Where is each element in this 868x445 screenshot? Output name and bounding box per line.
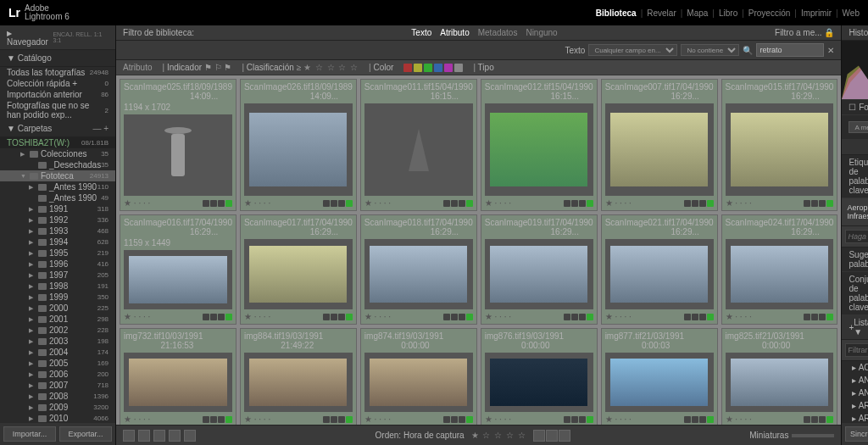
add-keyword-input[interactable] [845,230,868,243]
keyword-item[interactable]: ▸ ARTE [842,412,868,423]
thumbnail-cell[interactable]: img884.tif19/03/1991 21:49:22★ · · · · [240,328,357,425]
folder-item[interactable]: ▶_Antes 1990110 [0,181,115,192]
thumbnail-cell[interactable]: ScanImage007.tif17/04/1990 16:29...★ · ·… [601,79,718,211]
thumbnail-cell[interactable]: ScanImage015.tif17/04/1990 16:29...★ · ·… [721,79,838,211]
nav-proyección[interactable]: Proyección [748,8,790,18]
folder-item[interactable]: ▶20104066 [0,413,115,423]
thumbnail-cell[interactable]: ScanImage026.tif18/09/1989 14:09...★ · ·… [240,79,357,211]
folder-item[interactable]: ▶1997205 [0,270,115,281]
keyword-item[interactable]: ▸ ARQUITECTURA [842,399,868,412]
loupe-view-icon[interactable] [138,430,150,442]
export-button[interactable]: Exportar... [59,426,112,442]
folder-item[interactable]: ▶1993468 [0,225,115,236]
folder-item[interactable]: ▶Colecciones35 [0,148,115,159]
folder-item[interactable]: ▶20093200 [0,402,115,413]
thumbnail-cell[interactable]: img877.tif21/03/1991 0:00:03★ · · · · [601,328,718,425]
clear-text-icon[interactable]: ✕ [827,46,834,55]
thumbnail-cell[interactable]: img825.tif21/03/1991 0:00:00★ · · · · [721,328,838,425]
navegador-header[interactable]: ▶ Navegador ENCAJ. RELL. 1:1 3:1 [0,25,115,50]
folder-item[interactable]: ▼Fototeca24913 [0,170,115,181]
rating-filter[interactable]: ★ ☆ ☆ ☆ ☆ [471,431,526,440]
suggestions-header[interactable]: Sugerencias de palabras clave▶ [842,248,868,272]
catalog-item[interactable]: Todas las fotografías24948 [0,67,115,78]
folder-item[interactable]: _Desechadas35 [0,159,115,170]
thumbnail-cell[interactable]: ScanImage011.tif15/04/1990 16:15...★ · ·… [360,79,477,211]
nav-revelar[interactable]: Revelar [647,8,676,18]
thumbnail-cell[interactable]: img874.tif19/03/1991 0:00:00★ · · · · [360,328,477,425]
keyword-item[interactable]: ▸ ACCION [842,361,868,374]
folder-item[interactable]: ▶1995219 [0,248,115,259]
folder-item[interactable]: ▶2007718 [0,380,115,391]
thumbnail-cell[interactable]: ScanImage024.tif17/04/1990 16:29...★ · ·… [721,214,838,325]
type-icons[interactable] [504,64,526,71]
prev-icon[interactable] [533,430,545,442]
grid-area[interactable]: ScanImage025.tif18/09/1989 14:09...1194 … [116,75,841,425]
filter-tab-atributo[interactable]: Atributo [440,28,469,37]
filter-keywords-input[interactable] [845,343,868,357]
thumb-size-slider[interactable] [792,434,834,437]
device-row[interactable]: TOSHIBA2T(W:) 08/1.81B [0,137,115,148]
revelado-header[interactable]: A medida Revelado rápido ▶ [842,115,868,140]
text-rule-select[interactable]: No contiene [681,44,739,56]
play-icon[interactable] [546,430,558,442]
folder-item[interactable]: ▶2001298 [0,314,115,325]
thumbnail-cell[interactable]: ScanImage019.tif17/04/1990 16:29...★ · ·… [481,214,598,325]
folder-item[interactable]: ▶1999350 [0,292,115,303]
lock-icon[interactable]: 🔒 [824,28,834,37]
folder-item[interactable]: _Antes 199049 [0,192,115,203]
thumbnail-cell[interactable]: ScanImage016.tif17/04/1990 16:29...1159 … [120,214,236,325]
next-icon[interactable] [559,430,570,442]
catalogo-header[interactable]: ▼ Catálogo [0,50,115,67]
color-filter[interactable] [403,64,463,72]
nav-imprimir[interactable]: Imprimir [801,8,832,18]
folder-item[interactable]: ▶1992336 [0,214,115,225]
compare-view-icon[interactable] [153,430,165,442]
folder-item[interactable]: ▶2000225 [0,303,115,314]
people-view-icon[interactable] [184,430,196,442]
thumbnail-cell[interactable]: img876.tif19/03/1991 0:00:00★ · · · · [481,328,598,425]
thumbnail-cell[interactable]: ScanImage018.tif17/04/1990 16:29...★ · ·… [360,214,477,325]
grid-view-icon[interactable] [123,430,135,442]
folder-item[interactable]: ▶1991318 [0,203,115,214]
nav-libro[interactable]: Libro [719,8,737,18]
filter-tab-ninguno[interactable]: Ninguno [526,28,557,37]
thumbnail-cell[interactable]: ScanImage017.tif17/04/1990 16:29...★ · ·… [240,214,357,325]
thumbnail-cell[interactable]: ScanImage012.tif15/04/1990 16:15...★ · ·… [481,79,598,211]
folder-item[interactable]: ▶2004174 [0,347,115,358]
catalog-item[interactable]: Colección rápida +0 [0,78,115,89]
text-field-select[interactable]: Cualquier campo en... [588,44,677,56]
folder-item[interactable]: ▶2002228 [0,325,115,336]
filter-tab-texto[interactable]: Texto [411,28,431,37]
keyword-item[interactable]: ▸ ANIMALES [842,387,868,399]
keyword-set-row[interactable]: Conjunto de palabras clave A medida [842,272,868,315]
survey-view-icon[interactable] [169,430,181,442]
folder-item[interactable]: ▶2003198 [0,336,115,347]
histogram-header[interactable]: Histograma▼ [842,25,868,41]
sync-button[interactable]: Sincronizar [845,426,868,442]
filter-preset[interactable]: Filtro a me... [775,28,822,37]
folder-item[interactable]: ▶1994628 [0,236,115,248]
import-button[interactable]: Importar... [3,426,56,442]
add-folder-icon[interactable]: — + [92,124,108,133]
folder-item[interactable]: ▶2006200 [0,369,115,380]
original-photo-row[interactable]: ☐ Fotografía original [842,100,868,115]
carpetas-header[interactable]: ▼ Carpetas — + [0,120,115,137]
medida-select[interactable]: A medida [849,121,868,133]
folder-item[interactable]: ▶1996416 [0,259,115,270]
keyword-item[interactable]: ▸ ANATOMIA [842,374,868,387]
catalog-item[interactable]: Importación anterior86 [0,89,115,100]
catalog-item[interactable]: Fotografías que no se han podido exp...2 [0,100,115,120]
keyword-list-header[interactable]: +Lista de palabras clave ▼ [842,315,868,340]
thumbnail-cell[interactable]: ScanImage025.tif18/09/1989 14:09...1194 … [120,79,236,211]
keywords-header[interactable]: Palabras clave ▼ [842,140,868,155]
thumbnail-cell[interactable]: img732.tif10/03/1991 21:16:53★ · · · · [120,328,236,425]
nav-mapa[interactable]: Mapa [687,8,708,18]
folder-item[interactable]: ▶20081396 [0,391,115,402]
folder-item[interactable]: ▶2005169 [0,358,115,369]
text-value-input[interactable] [756,43,824,57]
nav-web[interactable]: Web [843,8,860,18]
folder-item[interactable]: ▶1998191 [0,281,115,292]
nav-biblioteca[interactable]: Biblioteca [596,8,637,18]
thumbnail-cell[interactable]: ScanImage021.tif17/04/1990 16:29...★ · ·… [601,214,718,325]
filter-tab-metadatos[interactable]: Metadatos [478,28,518,37]
